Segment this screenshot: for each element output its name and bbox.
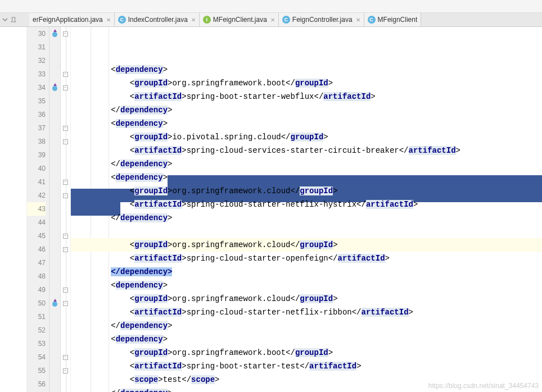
fold-open-icon[interactable]: −	[63, 85, 68, 90]
code-line[interactable]: <dependency>	[71, 332, 542, 346]
line-number: 50	[27, 297, 46, 310]
code-line[interactable]: <groupId>org.springframework.cloud</grou…	[71, 238, 542, 252]
editor-area[interactable]: 3031323334353637383940414243444546474849…	[0, 27, 542, 392]
code-line[interactable]: <artifactId>spring-cloud-starter-openfei…	[71, 252, 542, 265]
fold-open-icon[interactable]: −	[63, 301, 68, 306]
line-number: 51	[27, 310, 46, 323]
line-number: 44	[27, 216, 46, 229]
fold-open-icon[interactable]: −	[63, 139, 68, 144]
editor-tab[interactable]: CIndexController.java✕	[115, 13, 200, 26]
fold-close-icon[interactable]: −	[63, 72, 68, 77]
tabs-container: erFeignApplication.java✕CIndexController…	[29, 13, 421, 26]
left-margin	[0, 27, 27, 392]
code-line[interactable]: <artifactId>spring-boot-starter-webflux<…	[71, 90, 542, 103]
code-line[interactable]: <artifactId>spring-boot-starter-test</ar…	[71, 359, 542, 373]
class-icon: C	[368, 16, 376, 24]
code-line[interactable]: <groupId>org.springframework.boot</group…	[71, 346, 542, 359]
code-line[interactable]: <groupId>org.springframework.cloud</grou…	[71, 184, 542, 198]
close-icon[interactable]: ✕	[191, 17, 196, 23]
editor-tab[interactable]: CFeignController.java✕	[279, 13, 364, 26]
fold-close-icon[interactable]: −	[63, 126, 68, 131]
top-toolbar-area	[0, 0, 542, 13]
line-number: 47	[27, 256, 46, 270]
editor-tab[interactable]: IMFeignClient.java✕	[200, 13, 279, 26]
code-area[interactable]: <dependency> <groupId>org.springframewor…	[71, 27, 542, 392]
fold-close-icon[interactable]: −	[63, 355, 68, 360]
tab-label: MFeignClient.java	[213, 16, 267, 24]
class-icon: C	[282, 16, 290, 24]
pin-icon[interactable]	[10, 16, 17, 23]
code-line[interactable]: <artifactId>spring-cloud-starter-netflix…	[71, 306, 542, 319]
code-line[interactable]: <artifactId>spring-cloud-starter-netflix…	[71, 198, 542, 211]
fold-gutter[interactable]: −−−−−−−−−−−−−	[61, 27, 71, 392]
line-number: 40	[27, 162, 46, 175]
line-number: 48	[27, 270, 46, 283]
tab-label: erFeignApplication.java	[33, 16, 103, 24]
line-number: 42	[27, 189, 46, 202]
line-number: 35	[27, 94, 46, 108]
tab-label: IndexController.java	[128, 16, 188, 24]
tabs-left-controls	[2, 16, 29, 23]
watermark: https://blog.csdn.net/sinat_34454743	[428, 382, 539, 390]
icon-gutter	[49, 27, 61, 392]
line-number: 55	[27, 364, 46, 377]
editor-tabs: erFeignApplication.java✕CIndexController…	[0, 13, 542, 27]
fold-close-icon[interactable]: −	[63, 180, 68, 185]
line-number: 45	[27, 229, 46, 243]
fold-open-icon[interactable]: −	[63, 193, 68, 198]
line-number: 41	[27, 175, 46, 189]
override-icon[interactable]	[52, 84, 58, 91]
line-number: 33	[27, 67, 46, 81]
tab-label: FeignController.java	[292, 16, 353, 24]
line-number: 36	[27, 108, 46, 121]
line-number: 43	[27, 202, 46, 216]
fold-open-icon[interactable]: −	[63, 368, 68, 373]
class-icon: C	[118, 16, 126, 24]
override-icon[interactable]	[52, 300, 58, 307]
close-icon[interactable]: ✕	[270, 17, 275, 23]
code-line[interactable]: <dependency>	[71, 225, 542, 238]
line-number: 37	[27, 121, 46, 135]
code-line[interactable]: <dependency>	[71, 63, 542, 76]
code-line[interactable]: </dependency>	[71, 103, 542, 117]
code-line[interactable]: <groupId>org.springframework.cloud</grou…	[71, 292, 542, 306]
close-icon[interactable]: ✕	[356, 17, 360, 23]
fold-open-icon[interactable]: −	[63, 247, 68, 252]
line-number: 31	[27, 40, 46, 54]
override-icon[interactable]	[52, 30, 58, 37]
code-line[interactable]: <dependency>	[71, 279, 542, 292]
line-number: 38	[27, 135, 46, 148]
editor-tab[interactable]: CMFeignClient	[364, 13, 422, 26]
fold-close-icon[interactable]: −	[63, 234, 68, 239]
line-number: 30	[27, 27, 46, 40]
editor-tab[interactable]: erFeignApplication.java✕	[29, 13, 115, 26]
line-number: 49	[27, 283, 46, 297]
line-number: 54	[27, 350, 46, 364]
close-icon[interactable]: ✕	[106, 17, 111, 23]
code-line[interactable]: </dependency>	[71, 319, 542, 332]
fold-close-icon[interactable]: −	[63, 288, 68, 293]
code-line[interactable]: </dependency>	[71, 157, 542, 171]
line-number: 56	[27, 377, 46, 391]
code-line[interactable]: </dependency>	[71, 265, 542, 279]
code-line[interactable]: <groupId>io.pivotal.spring.cloud</groupI…	[71, 130, 542, 144]
code-line[interactable]: </dependency>	[71, 211, 542, 225]
code-line[interactable]: <dependency>	[71, 171, 542, 184]
tab-label: MFeignClient	[378, 16, 418, 24]
code-line[interactable]: <artifactId>spring-cloud-services-starte…	[71, 144, 542, 157]
line-number: 39	[27, 148, 46, 162]
chevron-down-icon[interactable]	[2, 17, 8, 22]
code-line[interactable]: <dependency>	[71, 117, 542, 130]
interface-icon: I	[203, 16, 211, 24]
line-number: 32	[27, 54, 46, 67]
fold-open-icon[interactable]: −	[63, 31, 68, 37]
line-number: 34	[27, 81, 46, 94]
line-number: 46	[27, 243, 46, 256]
code-line[interactable]: <groupId>org.springframework.boot</group…	[71, 76, 542, 90]
line-number: 53	[27, 337, 46, 350]
line-number: 52	[27, 323, 46, 337]
line-number-gutter: 3031323334353637383940414243444546474849…	[27, 27, 49, 392]
